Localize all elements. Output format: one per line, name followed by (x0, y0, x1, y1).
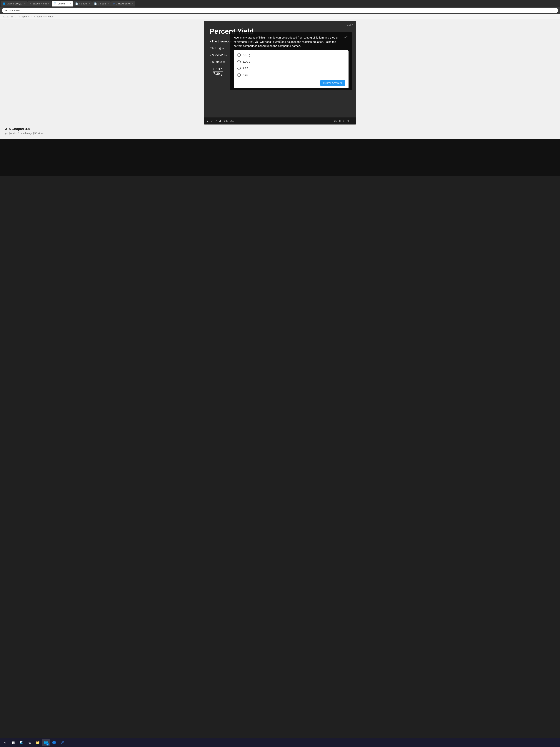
pip-button[interactable]: ⊡ (347, 120, 349, 123)
volume-button[interactable]: ◀ (219, 120, 221, 123)
video-title: 315 Chapter 4.4 (5, 127, 555, 131)
tab-icon-google: G (113, 2, 115, 5)
submit-row: Submit Answers (237, 80, 345, 86)
address-bar-row: 38_1/cl/outline (0, 7, 560, 14)
quiz-option-1[interactable]: 2.51 g (237, 53, 345, 57)
tab-cursor-icon: ↖ (66, 2, 68, 5)
tab-content3[interactable]: 📄 Content ✕ (92, 1, 111, 6)
quiz-question-row: How many grams of lithium nitride can be… (234, 35, 348, 48)
play-button[interactable]: ▶ (207, 120, 209, 123)
tab-close-google[interactable]: ✕ (132, 3, 133, 5)
tab-content2[interactable]: 📄 Content ✕ (73, 1, 92, 6)
quiz-question: How many grams of lithium nitride can be… (234, 35, 341, 48)
breadcrumb-item-id[interactable]: 02110_16 (3, 15, 14, 18)
tab-icon-content: 📄 (54, 2, 56, 5)
fullscreen-button[interactable]: ⛶ (351, 120, 353, 123)
time-total: 9:33 (230, 120, 234, 122)
breadcrumb-sep2: › (31, 15, 32, 18)
rewind-button[interactable]: ↺ (211, 120, 213, 123)
edge2-badge: 2 (46, 743, 49, 746)
radio-option-4[interactable] (237, 73, 241, 77)
tab-label-student: Student Home (33, 2, 47, 5)
video-main: 4.4.8 Percent Yield • The theoretical yi… (204, 21, 356, 118)
taskbar-taskview[interactable]: ⊞ (10, 739, 17, 746)
tab-close-content2[interactable]: ✕ (88, 3, 90, 5)
taskbar-edge[interactable]: 🌊 (18, 739, 25, 746)
fraction-numerator: 6.13 g (213, 67, 222, 72)
taskbar-search[interactable]: ○ (1, 739, 9, 746)
store-icon: 🛍 (28, 741, 31, 745)
tab-google[interactable]: G G How many g ✕ (111, 1, 135, 6)
option-label-3: 1.25 g (243, 67, 250, 70)
tab-content-active[interactable]: 📄 Content ↖ ✕ (52, 1, 73, 6)
edge-icon: 🌊 (20, 741, 24, 745)
taskbar-word[interactable]: W (58, 739, 66, 746)
submit-answers-button[interactable]: Submit Answers (320, 80, 345, 86)
taskbar-edge2[interactable]: 🌐 2 (42, 739, 50, 746)
quiz-option-4[interactable]: 2.25 (237, 73, 345, 77)
breadcrumb-item-video[interactable]: Chapter 4.4 Video (34, 15, 54, 18)
tab-label-content3: Content (98, 2, 106, 5)
word-icon: W (61, 741, 64, 745)
radio-option-3[interactable] (237, 67, 241, 70)
tab-label-mastering: MasteringPhys... (6, 2, 23, 5)
cc-button[interactable]: CC (334, 120, 337, 122)
time-current: 9:32 (224, 120, 228, 122)
dark-bottom-area (0, 139, 560, 176)
tab-icon-student: ⠿ (30, 2, 31, 5)
settings-button[interactable]: ⚙ (342, 120, 345, 123)
taskbar-explorer[interactable]: 📁 (34, 739, 42, 746)
address-text: 38_1/cl/outline (4, 9, 20, 12)
video-container: 4.4.8 Percent Yield • The theoretical yi… (204, 21, 356, 125)
quiz-options-area: 2.51 g 3.00 g 1.25 g 2.25 (234, 50, 348, 88)
option-label-2: 3.00 g (243, 60, 250, 63)
quiz-popup: How many grams of lithium nitride can be… (230, 32, 352, 90)
taskbar: ○ ⊞ 🌊 🛍 📁 🌐 2 🔵 W (0, 738, 560, 747)
chapters-button[interactable]: ≡ (339, 120, 341, 123)
tab-close-content[interactable]: ✕ (70, 3, 71, 5)
page-content: 4.4.8 Percent Yield • The theoretical yi… (0, 19, 560, 139)
browser-chrome: 📘 MasteringPhys... ✕ ⠿ Student Home ✕ 📄 … (0, 0, 560, 14)
fraction-denominator: 7.39 g (213, 72, 222, 76)
tab-close-student[interactable]: ✕ (48, 3, 50, 5)
taskview-icon: ⊞ (12, 741, 15, 745)
tab-label-google: G How many g (116, 2, 130, 5)
option-label-4: 2.25 (243, 73, 248, 77)
tab-label-content: Content (58, 2, 65, 5)
video-badge: 4.4.8 (347, 24, 353, 27)
tab-bar: 📘 MasteringPhys... ✕ ⠿ Student Home ✕ 📄 … (0, 0, 560, 7)
tab-close-mastering[interactable]: ✕ (24, 3, 26, 5)
option-label-1: 2.51 g (243, 53, 250, 56)
tab-mastering[interactable]: 📘 MasteringPhys... ✕ (1, 1, 28, 6)
tab-student-home[interactable]: ⠿ Student Home ✕ (28, 1, 52, 6)
time-display: 9:32 / 9:33 (224, 120, 234, 122)
chrome-icon: 🔵 (52, 741, 56, 745)
breadcrumb-sep1: ... (15, 15, 17, 18)
tab-label-content2: Content (79, 2, 87, 5)
video-controls: ▶ ↺ ↩ ◀ 9:32 / 9:33 CC ≡ ⚙ ⊡ ⛶ (204, 118, 356, 125)
quiz-option-2[interactable]: 3.00 g (237, 60, 345, 63)
tab-icon-content2: 📄 (75, 2, 78, 5)
radio-option-2[interactable] (237, 60, 241, 63)
breadcrumb-item-chapter[interactable]: Chapter 4 (19, 15, 30, 18)
search-circle-icon: ○ (4, 741, 6, 745)
quiz-option-3[interactable]: 1.25 g (237, 67, 345, 70)
video-meta: gel | Added 3 months ago | 59 Views (5, 132, 555, 134)
tab-icon-content3: 📄 (94, 2, 97, 5)
breadcrumb: 02110_16 ... Chapter 4 › Chapter 4.4 Vid… (0, 14, 560, 19)
taskbar-chrome[interactable]: 🔵 (50, 739, 58, 746)
tab-icon-mastering: 📘 (3, 2, 5, 5)
explorer-icon: 📁 (36, 741, 40, 745)
tab-close-content3[interactable]: ✕ (107, 3, 109, 5)
taskbar-store[interactable]: 🛍 (26, 739, 33, 746)
address-bar[interactable]: 38_1/cl/outline (2, 8, 558, 13)
rewind10-button[interactable]: ↩ (215, 120, 217, 123)
radio-option-1[interactable] (237, 53, 241, 57)
quiz-counter: 1 of 1 (342, 36, 348, 39)
